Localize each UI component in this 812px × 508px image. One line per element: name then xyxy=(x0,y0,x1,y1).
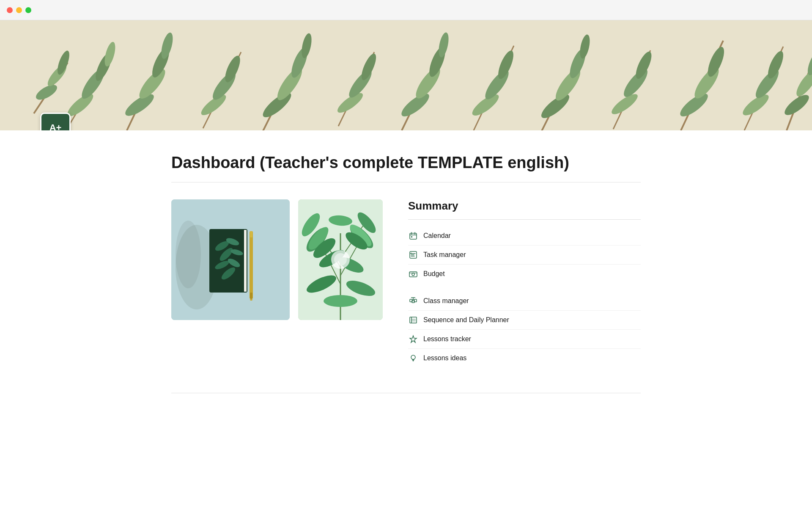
sequence-planner-label: Sequence and Daily Planner xyxy=(423,316,509,324)
summary-group-1: Calendar Task manager xyxy=(408,226,641,283)
minimize-button[interactable] xyxy=(16,7,22,13)
bottom-divider xyxy=(171,393,641,393)
calendar-icon xyxy=(408,231,418,241)
class-icon xyxy=(408,296,418,306)
svg-point-96 xyxy=(324,295,357,307)
planner-icon xyxy=(408,315,418,325)
summary-group-2: Class manager Sequence and Daily Planner xyxy=(408,292,641,367)
task-icon xyxy=(408,250,418,260)
svg-rect-97 xyxy=(410,233,417,239)
app-icon-label: A+ xyxy=(49,122,62,130)
summary-section: Summary Calendar xyxy=(408,199,641,367)
image-leaves xyxy=(298,199,383,320)
svg-point-74 xyxy=(250,299,252,301)
summary-heading: Summary xyxy=(408,199,641,213)
budget-icon xyxy=(408,269,418,279)
tracker-icon xyxy=(408,334,418,344)
lessons-tracker-label: Lessons tracker xyxy=(423,335,471,343)
summary-divider xyxy=(408,219,641,220)
svg-point-107 xyxy=(412,273,414,276)
title-bar xyxy=(0,0,812,20)
image-notebook xyxy=(171,199,290,320)
svg-point-93 xyxy=(334,253,347,266)
app-icon: A+ xyxy=(40,113,71,130)
lessons-ideas-label: Lessons ideas xyxy=(423,354,466,362)
summary-gap xyxy=(408,283,641,292)
svg-point-119 xyxy=(411,355,415,359)
images-section xyxy=(171,199,383,320)
task-manager-label: Task manager xyxy=(423,251,466,259)
content-grid: Summary Calendar xyxy=(171,199,641,367)
svg-point-61 xyxy=(176,221,201,288)
budget-label: Budget xyxy=(423,270,445,278)
page-title: Dashboard (Teacher's complete TEMPLATE e… xyxy=(171,154,641,172)
summary-item-task-manager[interactable]: Task manager xyxy=(408,246,641,265)
svg-rect-72 xyxy=(250,231,252,237)
summary-item-budget[interactable]: Budget xyxy=(408,265,641,283)
svg-rect-71 xyxy=(250,231,253,299)
svg-rect-106 xyxy=(409,272,417,277)
title-divider xyxy=(171,182,641,182)
summary-item-sequence-planner[interactable]: Sequence and Daily Planner xyxy=(408,311,641,330)
svg-rect-101 xyxy=(411,236,412,237)
summary-item-lessons-ideas[interactable]: Lessons ideas xyxy=(408,349,641,367)
calendar-label: Calendar xyxy=(423,232,451,240)
svg-rect-73 xyxy=(250,293,252,299)
summary-item-lessons-tracker[interactable]: Lessons tracker xyxy=(408,330,641,349)
summary-item-class-manager[interactable]: Class manager xyxy=(408,292,641,311)
summary-item-calendar[interactable]: Calendar xyxy=(408,226,641,246)
banner: A+ xyxy=(0,20,812,130)
close-button[interactable] xyxy=(7,7,13,13)
svg-marker-118 xyxy=(410,336,417,342)
app-icon-container: A+ xyxy=(40,113,71,130)
main-content: Dashboard (Teacher's complete TEMPLATE e… xyxy=(131,154,681,393)
maximize-button[interactable] xyxy=(25,7,31,13)
svg-rect-70 xyxy=(244,230,247,292)
svg-rect-114 xyxy=(410,317,417,323)
class-manager-label: Class manager xyxy=(423,297,469,305)
ideas-icon xyxy=(408,353,418,363)
